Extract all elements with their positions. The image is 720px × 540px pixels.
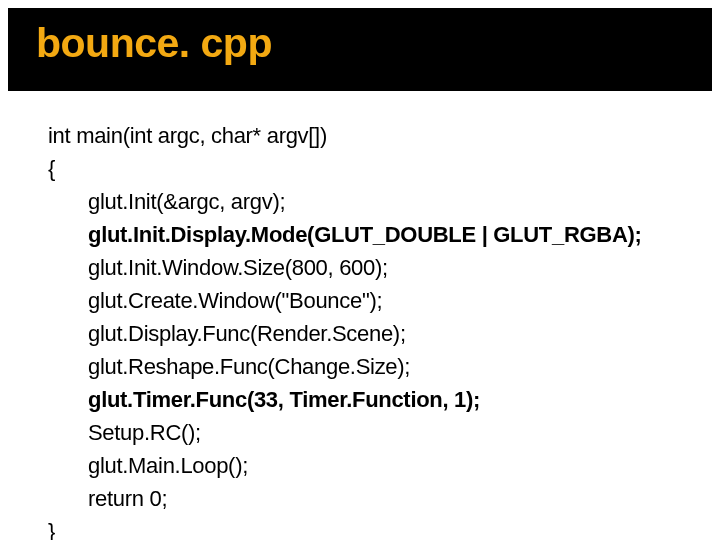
code-line-bold: glut.Timer.Func(33, Timer.Function, 1);	[48, 383, 680, 416]
code-block: int main(int argc, char* argv[]) { glut.…	[0, 91, 720, 540]
code-line: glut.Create.Window("Bounce");	[48, 284, 680, 317]
code-line: }	[48, 515, 680, 540]
code-line: glut.Display.Func(Render.Scene);	[48, 317, 680, 350]
slide: bounce. cpp int main(int argc, char* arg…	[0, 8, 720, 540]
code-line: glut.Init(&argc, argv);	[48, 185, 680, 218]
code-line: Setup.RC();	[48, 416, 680, 449]
code-line-bold: glut.Init.Display.Mode(GLUT_DOUBLE | GLU…	[48, 218, 680, 251]
title-band: bounce. cpp	[8, 8, 712, 91]
code-line: int main(int argc, char* argv[])	[48, 119, 680, 152]
slide-title: bounce. cpp	[36, 20, 684, 67]
code-line: {	[48, 152, 680, 185]
code-line: glut.Reshape.Func(Change.Size);	[48, 350, 680, 383]
code-line: glut.Init.Window.Size(800, 600);	[48, 251, 680, 284]
code-line: return 0;	[48, 482, 680, 515]
code-line: glut.Main.Loop();	[48, 449, 680, 482]
